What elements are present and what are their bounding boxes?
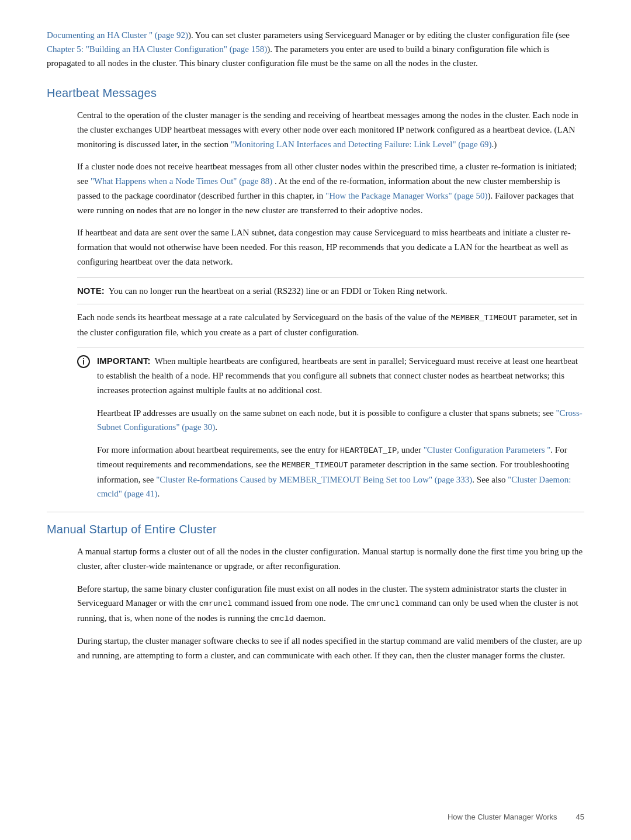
intro-paragraph: Documenting an HA Cluster " (page 92)). … <box>47 28 584 70</box>
important-content: IMPORTANT: When multiple heartbeats are … <box>97 354 584 501</box>
heartbeat-para3: If heartbeat and data are sent over the … <box>77 225 584 269</box>
footer: How the Cluster Manager Works 45 <box>448 813 584 821</box>
note-label: NOTE: <box>77 286 105 296</box>
heartbeat-para4-text1: Each node sends its heartbeat message at… <box>77 313 451 322</box>
cmruncl-code1: cmruncl <box>199 599 233 608</box>
footer-title: How the Cluster Manager Works <box>448 813 557 821</box>
manual-startup-heading: Manual Startup of Entire Cluster <box>47 523 584 536</box>
link-cluster-reformations[interactable]: "Cluster Re-formations Caused by MEMBER_… <box>156 475 472 484</box>
member-timeout-code2: MEMBER_TIMEOUT <box>282 461 348 470</box>
manual-para2-text4: daemon. <box>294 613 326 623</box>
important-para2-text1: Heartbeat IP addresses are usually on th… <box>97 408 556 418</box>
heartbeat-para1: Central to the operation of the cluster … <box>77 108 584 151</box>
manual-para2-text2: command issued from one node. The <box>232 598 366 608</box>
important-para3-text6: . <box>158 489 160 498</box>
link-chapter5[interactable]: Chapter 5: "Building an HA Cluster Confi… <box>47 44 267 54</box>
member-timeout-code: MEMBER_TIMEOUT <box>451 314 517 322</box>
note-content: You can no longer run the heartbeat on a… <box>109 286 448 296</box>
footer-page: 45 <box>576 813 584 821</box>
heartbeat-para1-text2: .) <box>491 140 497 149</box>
manual-para1: A manual startup forms a cluster out of … <box>77 544 584 574</box>
link-node-times-out[interactable]: "What Happens when a Node Times Out" (pa… <box>91 176 272 186</box>
important-para3-text5: . See also <box>472 475 508 484</box>
important-block: i IMPORTANT: When multiple heartbeats ar… <box>77 354 584 501</box>
note-text: NOTE: You can no longer run the heartbea… <box>77 284 584 298</box>
heartbeat-section: Heartbeat Messages Central to the operat… <box>47 86 584 501</box>
divider-manual <box>47 512 584 512</box>
manual-startup-section: Manual Startup of Entire Cluster A manua… <box>47 523 584 662</box>
manual-para3: During startup, the cluster manager soft… <box>77 634 584 663</box>
important-para3: For more information about heartbeat req… <box>97 443 584 501</box>
divider-important <box>77 348 584 348</box>
cmcld-code: cmcld <box>270 615 294 623</box>
link-monitoring-lan[interactable]: "Monitoring LAN Interfaces and Detecting… <box>231 140 492 149</box>
important-para3-text2: , under <box>397 445 423 454</box>
link-package-manager[interactable]: "How the Package Manager Works" (page 50… <box>325 191 487 200</box>
manual-startup-content: A manual startup forms a cluster out of … <box>47 544 584 662</box>
note-box: NOTE: You can no longer run the heartbea… <box>77 277 584 305</box>
cmruncl-code2: cmruncl <box>366 599 400 608</box>
important-para3-text1: For more information about heartbeat req… <box>97 445 340 454</box>
heartbeat-para4: Each node sends its heartbeat message at… <box>77 310 584 339</box>
heartbeat-heading: Heartbeat Messages <box>47 86 584 100</box>
heartbeat-content: Central to the operation of the cluster … <box>47 108 584 501</box>
important-para2-text2: . <box>215 422 217 432</box>
important-label: IMPORTANT: <box>97 356 150 366</box>
important-para2: Heartbeat IP addresses are usually on th… <box>97 406 584 435</box>
link-documenting-ha[interactable]: Documenting an HA Cluster " (page 92) <box>47 30 188 40</box>
manual-para2: Before startup, the same binary cluster … <box>77 582 584 626</box>
intro-text-1: ). You can set cluster parameters using … <box>188 30 570 40</box>
important-para1-text: When multiple heartbeats are configured,… <box>97 356 578 395</box>
link-cluster-config-params[interactable]: "Cluster Configuration Parameters " <box>424 445 551 454</box>
important-icon: i <box>77 355 90 368</box>
heartbeat-para2: If a cluster node does not receive heart… <box>77 159 584 217</box>
heartbeat-ip-code: HEARTBEAT_IP <box>340 446 397 455</box>
important-para1: IMPORTANT: When multiple heartbeats are … <box>97 354 584 397</box>
